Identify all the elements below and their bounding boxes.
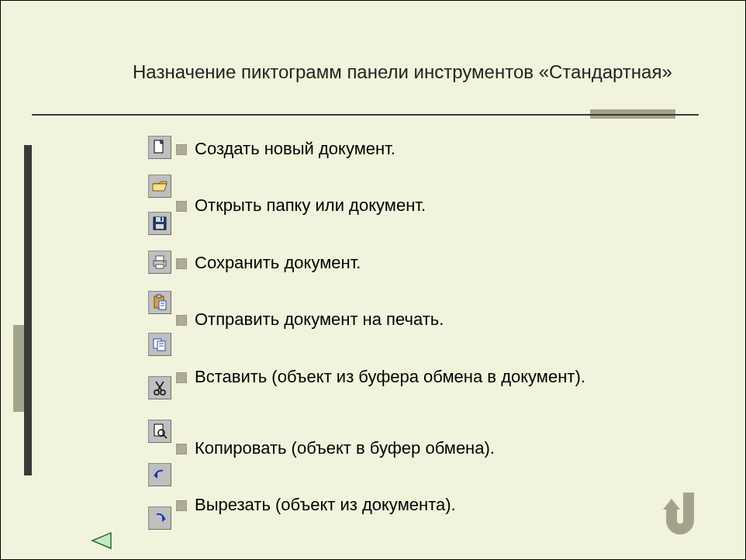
item-label: Открыть папку или документ. <box>195 195 426 216</box>
slide: Назначение пиктограмм панели инструменто… <box>0 0 746 560</box>
svg-rect-9 <box>163 261 164 263</box>
horizontal-rule <box>32 114 699 116</box>
bullet <box>176 444 187 455</box>
svg-marker-28 <box>92 533 111 548</box>
item-label: Сохранить документ. <box>195 253 361 273</box>
bullet <box>176 500 187 511</box>
printer-icon <box>148 251 171 274</box>
svg-rect-5 <box>161 217 162 221</box>
svg-point-21 <box>154 390 159 395</box>
item-label: Создать новый документ. <box>195 139 395 159</box>
svg-rect-11 <box>157 295 161 298</box>
svg-rect-3 <box>156 217 164 222</box>
nav-return-button[interactable] <box>652 485 713 545</box>
svg-rect-7 <box>156 256 164 261</box>
paste-clipboard-icon <box>148 291 171 314</box>
bullet <box>176 372 187 383</box>
bullet <box>176 201 187 212</box>
item-label: Копировать (объект в буфер обмена). <box>195 438 495 458</box>
item-label: Отправить документ на печать. <box>195 309 444 330</box>
vertical-accent-dark <box>24 145 32 475</box>
bullet <box>176 258 187 269</box>
undo-icon <box>148 463 171 486</box>
redo-icon <box>148 506 171 530</box>
print-preview-icon <box>148 420 171 443</box>
vertical-accent-light <box>13 325 24 412</box>
bullet <box>176 144 187 155</box>
nav-previous-button[interactable] <box>89 531 112 550</box>
slide-title: Назначение пиктограмм панели инструменто… <box>133 61 672 83</box>
new-document-icon <box>148 136 171 159</box>
svg-point-22 <box>161 390 165 395</box>
copy-pages-icon <box>148 333 171 356</box>
cut-scissors-icon <box>148 376 171 399</box>
bullet <box>176 315 187 326</box>
svg-rect-8 <box>156 264 164 268</box>
save-floppy-icon <box>148 212 171 235</box>
svg-rect-4 <box>156 224 164 229</box>
item-label: Вставить (объект из буфера обмена в доку… <box>195 367 585 387</box>
svg-line-25 <box>164 435 167 438</box>
item-label: Вырезать (объект из документа). <box>195 495 456 515</box>
open-folder-icon <box>148 175 171 198</box>
